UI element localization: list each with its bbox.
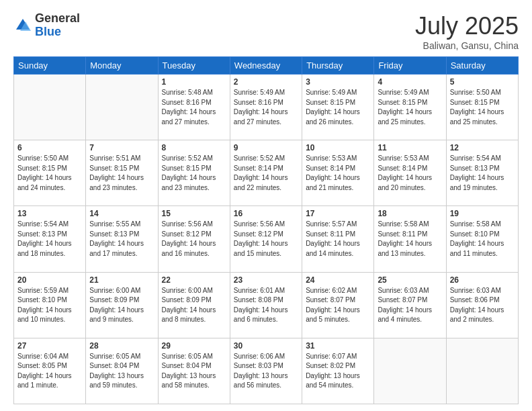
table-row: 20Sunrise: 5:59 AMSunset: 8:10 PMDayligh… bbox=[14, 272, 86, 338]
table-row bbox=[374, 338, 446, 404]
header: General Blue July 2025 Baliwan, Gansu, C… bbox=[13, 12, 519, 51]
day-number: 27 bbox=[17, 341, 82, 351]
table-row: 8Sunrise: 5:52 AMSunset: 8:15 PMDaylight… bbox=[158, 140, 230, 206]
day-info: Sunrise: 5:51 AMSunset: 8:15 PMDaylight:… bbox=[89, 154, 154, 193]
day-info: Sunrise: 5:48 AMSunset: 8:16 PMDaylight:… bbox=[162, 88, 226, 127]
table-row: 6Sunrise: 5:50 AMSunset: 8:15 PMDaylight… bbox=[14, 140, 86, 206]
table-row: 15Sunrise: 5:56 AMSunset: 8:12 PMDayligh… bbox=[158, 206, 230, 272]
day-number: 26 bbox=[450, 275, 515, 285]
table-row: 24Sunrise: 6:02 AMSunset: 8:07 PMDayligh… bbox=[302, 272, 374, 338]
day-info: Sunrise: 6:04 AMSunset: 8:05 PMDaylight:… bbox=[17, 352, 82, 391]
table-row: 28Sunrise: 6:05 AMSunset: 8:04 PMDayligh… bbox=[86, 338, 158, 404]
subtitle: Baliwan, Gansu, China bbox=[415, 40, 519, 51]
logo-icon bbox=[13, 16, 32, 35]
table-row: 16Sunrise: 5:56 AMSunset: 8:12 PMDayligh… bbox=[230, 206, 302, 272]
day-info: Sunrise: 6:07 AMSunset: 8:02 PMDaylight:… bbox=[306, 352, 370, 391]
table-row: 4Sunrise: 5:49 AMSunset: 8:15 PMDaylight… bbox=[374, 75, 446, 140]
col-wednesday: Wednesday bbox=[230, 57, 302, 75]
day-info: Sunrise: 6:00 AMSunset: 8:09 PMDaylight:… bbox=[162, 286, 226, 325]
day-number: 8 bbox=[162, 143, 226, 152]
table-row: 7Sunrise: 5:51 AMSunset: 8:15 PMDaylight… bbox=[86, 140, 158, 206]
day-number: 31 bbox=[306, 341, 370, 351]
calendar-week-row: 6Sunrise: 5:50 AMSunset: 8:15 PMDaylight… bbox=[14, 140, 519, 206]
calendar-week-row: 20Sunrise: 5:59 AMSunset: 8:10 PMDayligh… bbox=[14, 272, 519, 338]
day-number: 22 bbox=[162, 275, 226, 285]
table-row: 19Sunrise: 5:58 AMSunset: 8:10 PMDayligh… bbox=[446, 206, 518, 272]
calendar-table: Sunday Monday Tuesday Wednesday Thursday… bbox=[13, 56, 519, 404]
day-number: 18 bbox=[378, 209, 442, 218]
table-row: 25Sunrise: 6:03 AMSunset: 8:07 PMDayligh… bbox=[374, 272, 446, 338]
day-info: Sunrise: 5:56 AMSunset: 8:12 PMDaylight:… bbox=[162, 220, 226, 259]
table-row: 29Sunrise: 6:05 AMSunset: 8:04 PMDayligh… bbox=[158, 338, 230, 404]
logo-general-text: General bbox=[35, 11, 80, 25]
col-friday: Friday bbox=[374, 57, 446, 75]
day-info: Sunrise: 6:05 AMSunset: 8:04 PMDaylight:… bbox=[162, 352, 226, 391]
col-monday: Monday bbox=[86, 57, 158, 75]
calendar-week-row: 13Sunrise: 5:54 AMSunset: 8:13 PMDayligh… bbox=[14, 206, 519, 272]
day-info: Sunrise: 5:50 AMSunset: 8:15 PMDaylight:… bbox=[450, 88, 515, 127]
day-number: 30 bbox=[234, 341, 298, 351]
day-info: Sunrise: 5:55 AMSunset: 8:13 PMDaylight:… bbox=[89, 220, 154, 259]
day-number: 5 bbox=[450, 77, 515, 87]
logo-blue-text: Blue bbox=[35, 25, 61, 38]
col-tuesday: Tuesday bbox=[158, 57, 230, 75]
table-row: 22Sunrise: 6:00 AMSunset: 8:09 PMDayligh… bbox=[158, 272, 230, 338]
day-info: Sunrise: 6:03 AMSunset: 8:07 PMDaylight:… bbox=[378, 286, 442, 325]
day-number: 9 bbox=[234, 143, 298, 152]
day-number: 20 bbox=[17, 275, 82, 285]
day-info: Sunrise: 5:52 AMSunset: 8:15 PMDaylight:… bbox=[162, 154, 226, 193]
day-number: 16 bbox=[234, 209, 298, 218]
day-number: 12 bbox=[450, 143, 515, 152]
day-info: Sunrise: 6:02 AMSunset: 8:07 PMDaylight:… bbox=[306, 286, 370, 325]
col-saturday: Saturday bbox=[446, 57, 518, 75]
day-number: 6 bbox=[17, 143, 82, 152]
day-info: Sunrise: 6:06 AMSunset: 8:03 PMDaylight:… bbox=[234, 352, 298, 391]
day-info: Sunrise: 5:50 AMSunset: 8:15 PMDaylight:… bbox=[17, 154, 82, 193]
month-title: July 2025 bbox=[415, 12, 519, 40]
day-number: 23 bbox=[234, 275, 298, 285]
day-info: Sunrise: 5:57 AMSunset: 8:11 PMDaylight:… bbox=[306, 220, 370, 259]
table-row: 5Sunrise: 5:50 AMSunset: 8:15 PMDaylight… bbox=[446, 75, 518, 140]
day-info: Sunrise: 5:56 AMSunset: 8:12 PMDaylight:… bbox=[234, 220, 298, 259]
table-row: 9Sunrise: 5:52 AMSunset: 8:14 PMDaylight… bbox=[230, 140, 302, 206]
day-info: Sunrise: 6:01 AMSunset: 8:08 PMDaylight:… bbox=[234, 286, 298, 325]
day-info: Sunrise: 5:58 AMSunset: 8:11 PMDaylight:… bbox=[378, 220, 442, 259]
table-row: 30Sunrise: 6:06 AMSunset: 8:03 PMDayligh… bbox=[230, 338, 302, 404]
day-info: Sunrise: 5:49 AMSunset: 8:16 PMDaylight:… bbox=[234, 88, 298, 127]
day-number: 7 bbox=[89, 143, 154, 152]
day-info: Sunrise: 5:49 AMSunset: 8:15 PMDaylight:… bbox=[306, 88, 370, 127]
table-row: 23Sunrise: 6:01 AMSunset: 8:08 PMDayligh… bbox=[230, 272, 302, 338]
day-number: 2 bbox=[234, 77, 298, 87]
day-number: 10 bbox=[306, 143, 370, 152]
table-row: 12Sunrise: 5:54 AMSunset: 8:13 PMDayligh… bbox=[446, 140, 518, 206]
day-info: Sunrise: 5:49 AMSunset: 8:15 PMDaylight:… bbox=[378, 88, 442, 127]
day-number: 1 bbox=[162, 77, 226, 87]
calendar-week-row: 1Sunrise: 5:48 AMSunset: 8:16 PMDaylight… bbox=[14, 75, 519, 140]
table-row: 27Sunrise: 6:04 AMSunset: 8:05 PMDayligh… bbox=[14, 338, 86, 404]
day-info: Sunrise: 5:54 AMSunset: 8:13 PMDaylight:… bbox=[450, 154, 515, 193]
day-number: 14 bbox=[89, 209, 154, 218]
day-number: 15 bbox=[162, 209, 226, 218]
calendar-week-row: 27Sunrise: 6:04 AMSunset: 8:05 PMDayligh… bbox=[14, 338, 519, 404]
day-number: 19 bbox=[450, 209, 515, 218]
page: General Blue July 2025 Baliwan, Gansu, C… bbox=[0, 0, 532, 411]
table-row: 14Sunrise: 5:55 AMSunset: 8:13 PMDayligh… bbox=[86, 206, 158, 272]
table-row bbox=[446, 338, 518, 404]
day-info: Sunrise: 6:03 AMSunset: 8:06 PMDaylight:… bbox=[450, 286, 515, 325]
calendar-header-row: Sunday Monday Tuesday Wednesday Thursday… bbox=[14, 57, 519, 75]
day-info: Sunrise: 5:53 AMSunset: 8:14 PMDaylight:… bbox=[378, 154, 442, 193]
table-row: 10Sunrise: 5:53 AMSunset: 8:14 PMDayligh… bbox=[302, 140, 374, 206]
day-info: Sunrise: 5:59 AMSunset: 8:10 PMDaylight:… bbox=[17, 286, 82, 325]
day-number: 13 bbox=[17, 209, 82, 218]
table-row: 13Sunrise: 5:54 AMSunset: 8:13 PMDayligh… bbox=[14, 206, 86, 272]
title-block: July 2025 Baliwan, Gansu, China bbox=[415, 12, 519, 51]
day-number: 25 bbox=[378, 275, 442, 285]
day-number: 24 bbox=[306, 275, 370, 285]
day-number: 4 bbox=[378, 77, 442, 87]
day-info: Sunrise: 5:52 AMSunset: 8:14 PMDaylight:… bbox=[234, 154, 298, 193]
table-row: 11Sunrise: 5:53 AMSunset: 8:14 PMDayligh… bbox=[374, 140, 446, 206]
logo: General Blue bbox=[13, 12, 80, 39]
day-info: Sunrise: 5:53 AMSunset: 8:14 PMDaylight:… bbox=[306, 154, 370, 193]
col-sunday: Sunday bbox=[14, 57, 86, 75]
table-row: 26Sunrise: 6:03 AMSunset: 8:06 PMDayligh… bbox=[446, 272, 518, 338]
